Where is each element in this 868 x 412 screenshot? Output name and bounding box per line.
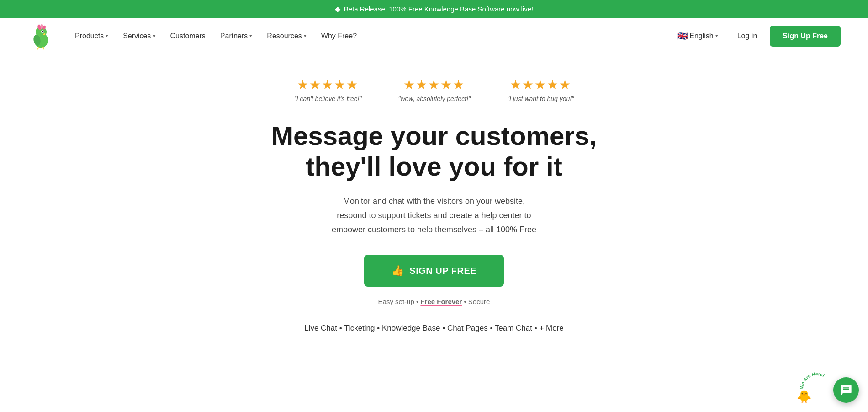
thumbs-up-icon: 👍 [392,265,404,277]
nav-item-services[interactable]: Services ▾ [116,28,162,44]
top-banner: ◆ Beta Release: 100% Free Knowledge Base… [0,0,868,18]
hero-headline: Message your customers, they'll love you… [271,121,597,182]
stars-3: ★★★★★ [510,77,572,92]
nav-item-why-free[interactable]: Why Free? [315,28,363,44]
chevron-down-icon: ▾ [249,33,252,39]
svg-point-6 [42,31,44,32]
signup-button[interactable]: Sign Up Free [770,26,841,47]
navbar: Products ▾ Services ▾ Customers Partners… [0,18,868,54]
chevron-down-icon: ▾ [304,33,307,39]
hero-subtext: Monitor and chat with the visitors on yo… [332,194,536,236]
hero-section: ★★★★★ "I can't believe it's free!" ★★★★★… [0,54,868,351]
chevron-down-icon: ▾ [106,33,108,39]
cta-sub-text: Easy set-up • Free Forever • Secure [378,298,490,305]
quote-3: "I just want to hug you!" [507,95,574,102]
features-list: Live Chat • Ticketing • Knowledge Base •… [304,324,564,333]
banner-text: Beta Release: 100% Free Knowledge Base S… [344,5,533,13]
nav-item-resources[interactable]: Resources ▾ [260,28,312,44]
logo-icon [27,22,55,50]
review-item-3: ★★★★★ "I just want to hug you!" [507,77,574,102]
cta-signup-button[interactable]: 👍 SIGN UP FREE [364,255,504,287]
svg-line-9 [42,47,44,49]
review-item-2: ★★★★★ "wow, absolutely perfect!" [398,77,471,102]
nav-links: Products ▾ Services ▾ Customers Partners… [69,28,671,44]
logo-link[interactable] [27,22,55,50]
quote-2: "wow, absolutely perfect!" [398,95,471,102]
flag-icon: 🇬🇧 [677,31,688,41]
nav-item-language[interactable]: 🇬🇧 English ▾ [671,27,724,45]
reviews-row: ★★★★★ "I can't believe it's free!" ★★★★★… [294,77,574,102]
svg-line-8 [38,47,39,49]
nav-right: 🇬🇧 English ▾ Log in Sign Up Free [671,26,841,47]
stars-1: ★★★★★ [297,77,359,92]
stars-2: ★★★★★ [403,77,465,92]
nav-item-products[interactable]: Products ▾ [69,28,115,44]
nav-item-customers[interactable]: Customers [164,28,212,44]
login-link[interactable]: Log in [732,28,763,44]
quote-1: "I can't believe it's free!" [294,95,362,102]
chevron-down-icon: ▾ [153,33,156,39]
chevron-down-icon: ▾ [715,33,718,39]
diamond-icon: ◆ [335,5,340,13]
nav-item-partners[interactable]: Partners ▾ [214,28,259,44]
review-item-1: ★★★★★ "I can't believe it's free!" [294,77,362,102]
